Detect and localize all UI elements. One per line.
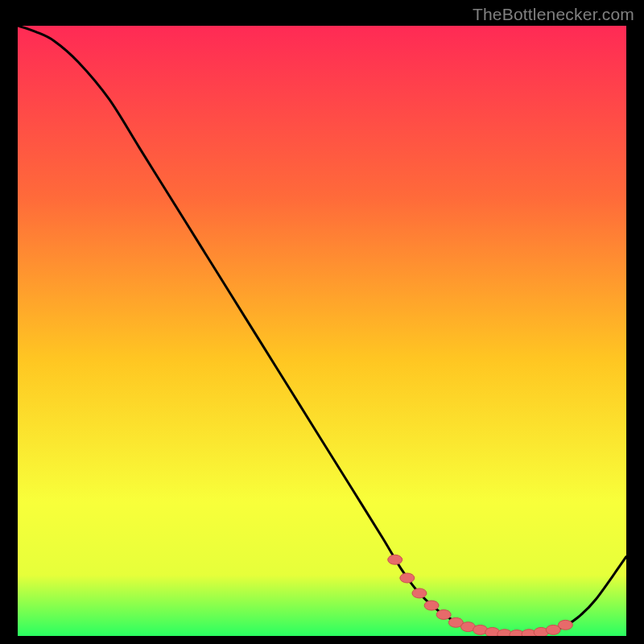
curve-layer — [18, 26, 626, 636]
curve-marker — [400, 573, 415, 583]
marker-group — [388, 555, 573, 636]
attribution-text: TheBottlenecker.com — [473, 5, 634, 24]
chart-plot-area — [18, 26, 626, 636]
curve-marker — [558, 620, 572, 630]
bottleneck-curve — [18, 26, 626, 635]
curve-marker — [436, 609, 451, 619]
curve-marker — [388, 555, 402, 564]
stage: TheBottlenecker.com — [0, 0, 644, 644]
curve-marker — [424, 601, 439, 610]
curve-marker — [412, 588, 427, 598]
